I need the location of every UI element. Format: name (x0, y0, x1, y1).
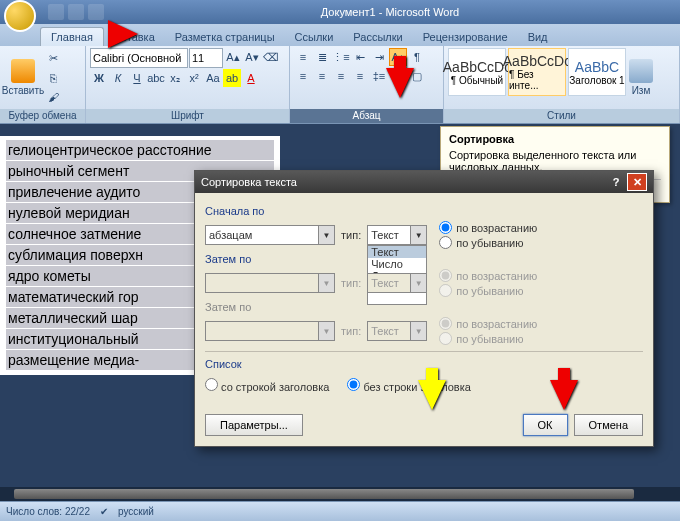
save-icon[interactable] (48, 4, 64, 20)
highlight-button[interactable]: ab (223, 69, 241, 87)
asc-radio-2: по возрастанию (439, 269, 537, 282)
scroll-thumb[interactable] (14, 489, 634, 499)
dialog-titlebar[interactable]: Сортировка текста ? ✕ (195, 171, 653, 193)
desc-radio-3: по убыванию (439, 332, 537, 345)
ok-button[interactable]: ОК (523, 414, 568, 436)
numbering-button[interactable]: ≣ (313, 48, 331, 66)
asc-radio[interactable]: по возрастанию (439, 221, 537, 234)
tab-home[interactable]: Главная (40, 27, 104, 46)
clear-format-icon[interactable]: ⌫ (262, 48, 280, 66)
status-bar: Число слов: 22/22 ✔ русский (0, 501, 680, 521)
then-by-combo-2: ▼ (205, 321, 335, 341)
tab-view[interactable]: Вид (518, 28, 558, 46)
group-styles-label: Стили (444, 109, 679, 123)
change-styles-button[interactable]: Изм (628, 48, 654, 107)
cancel-button[interactable]: Отмена (574, 414, 643, 436)
then-type-combo-1: Текст▼ (367, 273, 427, 293)
annotation-arrow (418, 380, 446, 410)
language-status[interactable]: русский (118, 506, 154, 517)
format-painter-icon[interactable]: 🖌 (44, 88, 62, 106)
font-color-button[interactable]: A (242, 69, 260, 87)
type-label: тип: (341, 277, 361, 289)
bullets-button[interactable]: ≡ (294, 48, 312, 66)
superscript-button[interactable]: x² (185, 69, 203, 87)
then-by-combo-1[interactable]: ▼ (205, 273, 335, 293)
params-button[interactable]: Параметры... (205, 414, 303, 436)
sort-by-combo[interactable]: абзацам▼ (205, 225, 335, 245)
ribbon: Вставить ✂ ⎘ 🖌 Буфер обмена Calibri (Осн… (0, 46, 680, 124)
annotation-arrow (108, 20, 138, 48)
shrink-font-icon[interactable]: A▾ (243, 48, 261, 66)
desc-radio-2: по убыванию (439, 284, 537, 297)
list-item[interactable]: Текст (368, 246, 426, 258)
chevron-down-icon: ▼ (318, 322, 334, 340)
font-size-combo[interactable]: 11 (189, 48, 223, 68)
desc-radio[interactable]: по убыванию (439, 236, 537, 249)
tab-layout[interactable]: Разметка страницы (165, 28, 285, 46)
redo-icon[interactable] (88, 4, 104, 20)
strike-button[interactable]: abc (147, 69, 165, 87)
group-font-label: Шрифт (86, 109, 289, 123)
with-header-radio[interactable]: со строкой заголовка (205, 378, 329, 393)
annotation-arrow (550, 380, 578, 410)
titlebar: Документ1 - Microsoft Word (0, 0, 680, 24)
type-combo[interactable]: Текст▼ (367, 225, 427, 245)
undo-icon[interactable] (68, 4, 84, 20)
proofing-icon[interactable]: ✔ (100, 506, 108, 517)
chevron-down-icon: ▼ (410, 322, 426, 340)
multilevel-button[interactable]: ⋮≡ (332, 48, 350, 66)
underline-button[interactable]: Ч (128, 69, 146, 87)
subscript-button[interactable]: x₂ (166, 69, 184, 87)
group-paragraph-label: Абзац (290, 109, 443, 123)
align-left-button[interactable]: ≡ (294, 67, 312, 85)
chevron-down-icon: ▼ (410, 226, 426, 244)
copy-icon[interactable]: ⎘ (44, 69, 62, 87)
horizontal-scrollbar[interactable] (0, 487, 680, 501)
grow-font-icon[interactable]: A▴ (224, 48, 242, 66)
close-button[interactable]: ✕ (627, 173, 647, 191)
style-no-spacing[interactable]: AaBbCcDc¶ Без инте... (508, 48, 566, 96)
style-normal[interactable]: AaBbCcDc¶ Обычный (448, 48, 506, 96)
tab-review[interactable]: Рецензирование (413, 28, 518, 46)
asc-radio-3: по возрастанию (439, 317, 537, 330)
styles-icon (629, 59, 653, 83)
chevron-down-icon: ▼ (318, 226, 334, 244)
align-center-button[interactable]: ≡ (313, 67, 331, 85)
cut-icon[interactable]: ✂ (44, 50, 62, 68)
decrease-indent-button[interactable]: ⇤ (351, 48, 369, 66)
justify-button[interactable]: ≡ (351, 67, 369, 85)
change-case-button[interactable]: Aa (204, 69, 222, 87)
without-header-radio[interactable]: без строки заголовка (347, 378, 470, 393)
group-clipboard-label: Буфер обмена (0, 109, 85, 123)
tab-mailings[interactable]: Рассылки (343, 28, 412, 46)
show-marks-button[interactable]: ¶ (408, 48, 426, 66)
help-button[interactable]: ? (607, 173, 625, 191)
window-title: Документ1 - Microsoft Word (104, 6, 676, 18)
then-type-combo-2: Текст▼ (367, 321, 427, 341)
paste-button[interactable]: Вставить (4, 48, 42, 107)
increase-indent-button[interactable]: ⇥ (370, 48, 388, 66)
italic-button[interactable]: К (109, 69, 127, 87)
annotation-arrow (386, 68, 414, 98)
office-button[interactable] (4, 0, 36, 32)
tooltip-title: Сортировка (449, 133, 661, 145)
word-count[interactable]: Число слов: 22/22 (6, 506, 90, 517)
type-label: тип: (341, 325, 361, 337)
chevron-down-icon: ▼ (318, 274, 334, 292)
quick-access-toolbar (48, 4, 104, 20)
paste-icon (11, 59, 35, 83)
dialog-title: Сортировка текста (201, 176, 297, 188)
list-item[interactable]: Число (368, 258, 426, 270)
text-line: гелиоцентрическое расстояние (6, 140, 274, 160)
align-right-button[interactable]: ≡ (332, 67, 350, 85)
ribbon-tabs: Главная Вставка Разметка страницы Ссылки… (0, 24, 680, 46)
tab-references[interactable]: Ссылки (285, 28, 344, 46)
type-label: тип: (341, 229, 361, 241)
style-heading1[interactable]: AaBbCЗаголовок 1 (568, 48, 626, 96)
font-family-combo[interactable]: Calibri (Основной (90, 48, 188, 68)
chevron-down-icon: ▼ (410, 274, 426, 292)
sort-first-heading: Сначала по (205, 205, 643, 217)
list-heading: Список (205, 358, 643, 370)
bold-button[interactable]: Ж (90, 69, 108, 87)
